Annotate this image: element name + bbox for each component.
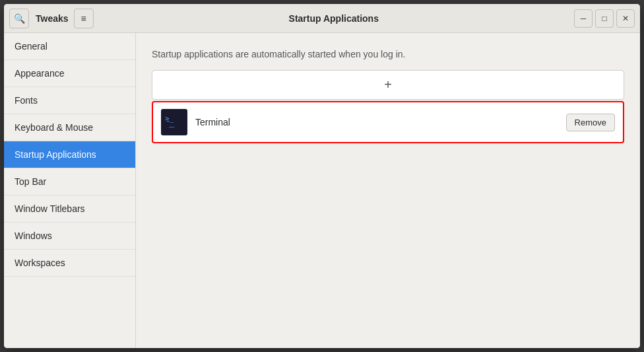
sidebar-item-label: Fonts [15, 95, 38, 106]
terminal-icon: - _ >_ [161, 109, 187, 135]
sidebar-item-label: Startup Applications [15, 149, 96, 160]
add-application-button[interactable]: + [152, 71, 624, 99]
sidebar-item-label: Window Titlebars [15, 203, 85, 214]
titlebar-left: 🔍 Tweaks ≡ [9, 9, 94, 28]
sidebar-item-label: Top Bar [15, 176, 46, 187]
menu-button[interactable]: ≡ [74, 9, 94, 28]
remove-button[interactable]: Remove [566, 114, 615, 131]
sidebar-item-window-titlebars[interactable]: Window Titlebars [4, 195, 135, 223]
content-area: General Appearance Fonts Keyboard & Mous… [4, 33, 640, 348]
sidebar-item-keyboard-mouse[interactable]: Keyboard & Mouse [4, 114, 135, 141]
close-button[interactable]: ✕ [616, 9, 635, 28]
add-button-container: + [152, 70, 624, 100]
sidebar-item-label: Keyboard & Mouse [15, 122, 93, 133]
sidebar-item-startup-applications[interactable]: Startup Applications [4, 141, 135, 168]
description-text: Startup applications are automatically s… [152, 49, 624, 59]
svg-text:>_: >_ [165, 114, 174, 123]
close-icon: ✕ [622, 14, 629, 23]
sidebar-item-general[interactable]: General [4, 33, 135, 60]
minimize-icon: ─ [581, 14, 587, 23]
terminal-app-item: - _ >_ Terminal Remove [152, 101, 624, 143]
sidebar-item-label: Workspaces [15, 258, 65, 268]
sidebar: General Appearance Fonts Keyboard & Mous… [4, 33, 136, 348]
sidebar-item-workspaces[interactable]: Workspaces [4, 250, 135, 277]
maximize-button[interactable]: □ [595, 9, 614, 28]
app-name-label: Tweaks [36, 13, 69, 24]
sidebar-item-fonts[interactable]: Fonts [4, 87, 135, 114]
search-button[interactable]: 🔍 [9, 9, 29, 28]
main-content: Startup applications are automatically s… [136, 33, 640, 348]
maximize-icon: □ [602, 14, 606, 23]
sidebar-item-appearance[interactable]: Appearance [4, 60, 135, 87]
sidebar-item-label: Appearance [15, 68, 65, 79]
window-controls: ─ □ ✕ [574, 9, 635, 28]
main-window: 🔍 Tweaks ≡ Startup Applications ─ □ ✕ Ge… [3, 3, 641, 349]
search-icon: 🔍 [14, 13, 25, 24]
sidebar-item-label: General [15, 41, 48, 52]
menu-icon: ≡ [80, 13, 86, 24]
titlebar: 🔍 Tweaks ≡ Startup Applications ─ □ ✕ [4, 4, 640, 33]
sidebar-item-top-bar[interactable]: Top Bar [4, 168, 135, 195]
sidebar-item-windows[interactable]: Windows [4, 223, 135, 250]
window-title: Startup Applications [94, 13, 574, 24]
sidebar-item-label: Windows [15, 230, 52, 241]
app-name: Terminal [195, 117, 558, 127]
minimize-button[interactable]: ─ [574, 9, 593, 28]
